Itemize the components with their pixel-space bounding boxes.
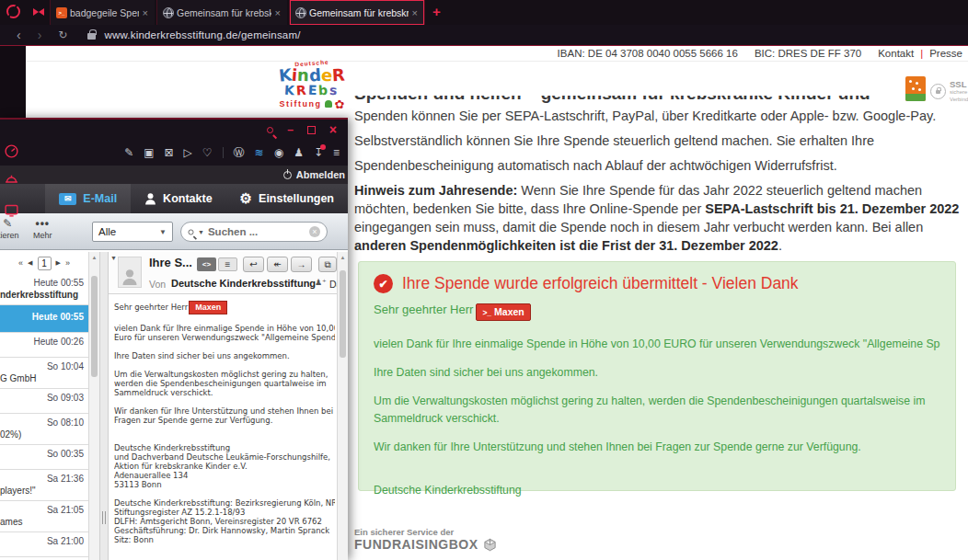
tab-kontakte[interactable]: Kontakte — [131, 184, 225, 213]
mail-list-pagination: « ◀ 1 ▶ » — [0, 252, 88, 274]
mail-list-item[interactable]: Sa 21:00 — [0, 532, 88, 557]
filter-select[interactable]: Alle ▼ — [92, 222, 173, 242]
forward-icon[interactable]: › — [38, 29, 42, 41]
gear-icon: ⚙ — [240, 190, 252, 207]
detach-button[interactable]: ⧉ — [318, 257, 337, 272]
ssl-line2: Verbindung — [950, 97, 968, 103]
donor-name-badge: Maxen — [189, 301, 227, 314]
favorites-icon[interactable]: ♡ — [202, 147, 224, 158]
search-placeholder: Suchen ... — [208, 226, 305, 237]
first-page-icon[interactable]: « — [18, 258, 23, 268]
add-contact-icon[interactable]: ♟⁺ — [315, 278, 327, 287]
download-icon[interactable]: ↧ — [314, 147, 323, 158]
text-view-button[interactable]: ≡ — [218, 257, 237, 271]
fundraisingbox-logo[interactable]: FUNDRAISINGBOX — [354, 537, 478, 552]
mail-body-line: werden die Spendenbescheinigungen quarta… — [114, 379, 335, 388]
mail-window-titlebar[interactable]: – × — [0, 120, 348, 140]
scroll-up-icon[interactable]: ▲ — [338, 252, 348, 260]
panel-settings-icon[interactable]: ≡ — [333, 147, 340, 158]
mail-toolbar: ✎ kieren ••• Mehr Alle ▼ ▼ Suchen ... × — [0, 213, 348, 250]
last-page-icon[interactable]: » — [65, 258, 70, 268]
search-input[interactable]: ▼ Suchen ... × — [180, 222, 328, 242]
tab-close-icon[interactable]: × — [274, 7, 282, 18]
send-icon[interactable]: ▷ — [184, 147, 192, 158]
mail-list-item[interactable]: Heute 00:55nderkrebsstiftung — [0, 274, 88, 305]
sender-avatar — [118, 257, 142, 288]
success-paragraph: Um die Verwaltungskosten möglichst gerin… — [374, 393, 940, 428]
mail-list-item[interactable]: Sa 21:36players!" — [0, 470, 88, 501]
mail-list-item[interactable]: So 10:04G GmbH — [0, 358, 88, 389]
logout-button[interactable]: Abmelden — [296, 169, 345, 180]
success-title: Ihre Spende wurde erfolgreich übermittel… — [402, 274, 799, 293]
maximize-icon[interactable] — [307, 126, 316, 134]
browser-tab-3-active[interactable]: Gemeinsam für krebskrank × — [289, 0, 425, 25]
w-extension-icon[interactable]: Ⓦ — [234, 147, 245, 158]
messenger-tv-icon[interactable] — [4, 202, 19, 218]
tab-email[interactable]: ✉ E-Mail — [45, 184, 131, 213]
presse-link[interactable]: Presse — [929, 48, 962, 59]
scrollbar-thumb[interactable] — [91, 276, 98, 377]
crossed-box-icon[interactable]: ⊠ — [165, 147, 174, 158]
next-page-icon[interactable]: ▶ — [56, 259, 61, 267]
date-label: Dat — [329, 279, 337, 290]
donation-success-box: ✔ Ihre Spende wurde erfolgreich übermitt… — [358, 261, 956, 491]
booster-hat-icon[interactable] — [4, 173, 19, 189]
logo-flower-icon: ✿ — [335, 98, 345, 110]
reply-all-button[interactable]: ↞ — [267, 257, 288, 272]
mail-list-item[interactable]: Heute 00:26 — [0, 333, 88, 358]
compose-icon[interactable]: ✎ — [124, 147, 133, 158]
mail-list-item[interactable]: Sa 21:05ames — [0, 501, 88, 532]
mail-body-line — [114, 425, 335, 434]
from-label: Von — [149, 279, 166, 290]
mail-body-line: vielen Dank für Ihre einmalige Spende in… — [114, 324, 335, 333]
tab-close-icon[interactable]: × — [142, 7, 149, 18]
mail-list-scrollbar[interactable]: ▲ — [88, 252, 99, 560]
mail-body-line — [114, 360, 335, 370]
prev-page-icon[interactable]: ◀ — [28, 259, 32, 267]
opera-logo-icon[interactable] — [6, 5, 20, 18]
close-icon[interactable]: × — [329, 123, 337, 136]
mail-body-line: und Dachverband Deutsche Leukämie-Forsch… — [114, 452, 335, 462]
scroll-up-icon[interactable]: ▲ — [89, 252, 99, 260]
tab-einstellungen[interactable]: ⚙ Einstellungen — [226, 184, 348, 213]
reload-icon[interactable]: ↻ — [58, 29, 67, 40]
url-text[interactable]: www.kinderkrebsstiftung.de/gemeinsam/ — [104, 29, 300, 40]
source-view-button[interactable]: <> — [197, 257, 216, 271]
mail-reader-scrollbar[interactable]: ▲ — [337, 252, 348, 560]
mail-body-line: Ihre Daten sind sicher bei uns angekomme… — [114, 351, 335, 360]
browser-tab-2[interactable]: Gemeinsam für krebskrank × — [156, 0, 287, 25]
gauge-icon[interactable] — [4, 143, 19, 159]
search-icon[interactable] — [267, 127, 273, 133]
mail-body-line: Sitz: Bonn — [114, 535, 335, 544]
wheel-icon[interactable]: ◉ — [274, 147, 283, 158]
kontakt-link[interactable]: Kontakt — [878, 48, 914, 59]
browser-tab-1[interactable]: >_ badgegeile Spendercommu × — [50, 0, 155, 25]
gx-corner-icon[interactable] — [33, 8, 44, 16]
from-value[interactable]: Deutsche Kinderkrebsstiftung — [171, 278, 316, 289]
mail-body-line: Um die Verwaltungskosten möglichst gerin… — [114, 370, 335, 379]
kinderkrebsstiftung-logo[interactable]: Deutsche KindeR KREbs Stiftung ✿ — [261, 61, 363, 110]
mail-list-item[interactable]: Heute 00:55 — [0, 305, 88, 333]
snapshot-icon[interactable]: ▣ — [144, 147, 154, 158]
back-icon[interactable]: ‹ — [17, 29, 21, 41]
page-number[interactable]: 1 — [38, 257, 52, 270]
minimize-icon[interactable]: – — [287, 124, 294, 135]
reply-button[interactable]: ↩ — [243, 257, 264, 272]
collapse-icon[interactable]: ▼ — [110, 255, 117, 261]
profile-icon[interactable]: ♟ — [294, 147, 304, 158]
mail-body-lines: vielen Dank für Ihre einmalige Spende in… — [114, 314, 335, 544]
new-tab-button[interactable]: + — [432, 4, 441, 19]
more-button[interactable]: ••• Mehr — [33, 217, 52, 240]
signal-icon[interactable]: ≋ — [255, 147, 264, 158]
mail-list-item[interactable]: So 00:35 — [0, 445, 88, 470]
forward-button[interactable]: → — [291, 257, 312, 272]
success-check-icon: ✔ — [374, 274, 393, 293]
pane-divider[interactable] — [99, 252, 109, 560]
scrollbar-thumb[interactable] — [340, 270, 346, 358]
mail-list-item[interactable]: So 09:03 — [0, 389, 88, 414]
divider-grip[interactable] — [102, 511, 106, 524]
tab-close-icon[interactable]: × — [411, 7, 419, 18]
mark-button[interactable]: ✎ kieren — [0, 217, 19, 240]
mail-list-item[interactable]: So 08:1002%) — [0, 414, 88, 445]
clear-search-icon[interactable]: × — [309, 226, 320, 237]
